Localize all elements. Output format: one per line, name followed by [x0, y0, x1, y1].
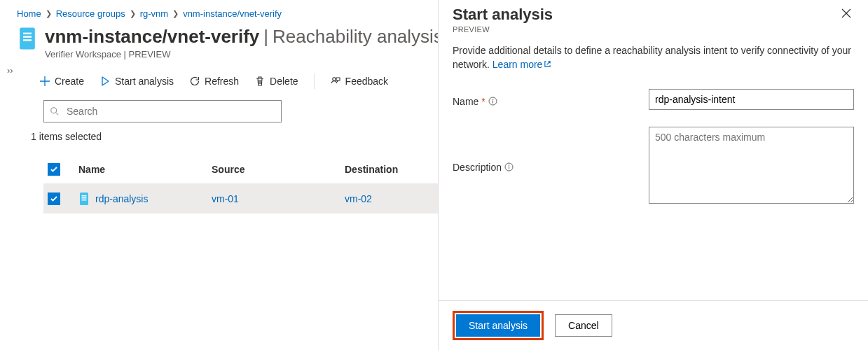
name-field[interactable]	[649, 89, 854, 110]
chevron-right-icon: ❯	[46, 9, 52, 18]
page-subtitle: Verifier Workspace | PREVIEW	[45, 49, 443, 59]
svg-rect-9	[82, 200, 87, 201]
close-icon	[841, 8, 851, 18]
info-icon[interactable]	[504, 162, 514, 172]
description-label: Description	[453, 127, 642, 204]
svg-rect-6	[80, 192, 88, 205]
page-section: Reachability analysis	[273, 26, 443, 48]
start-analysis-button[interactable]: Start analysis	[99, 76, 174, 87]
svg-point-11	[492, 99, 494, 100]
row-name[interactable]: rdp-analysis	[95, 193, 148, 204]
refresh-button[interactable]: Refresh	[189, 76, 239, 87]
search-input[interactable]	[65, 105, 275, 118]
refresh-icon	[189, 76, 200, 87]
svg-rect-7	[82, 195, 87, 197]
start-analysis-submit[interactable]: Start analysis	[456, 314, 540, 337]
svg-rect-15	[509, 167, 509, 169]
feedback-icon	[330, 76, 341, 87]
svg-rect-0	[20, 27, 35, 49]
svg-point-4	[332, 78, 335, 80]
chevron-right-icon: ❯	[130, 9, 136, 18]
search-icon	[50, 106, 60, 116]
description-field[interactable]	[649, 127, 854, 204]
row-destination[interactable]: vm-02	[345, 193, 372, 204]
name-label: Name *	[453, 89, 642, 110]
page-title: vnm-instance/vnet-verify	[45, 26, 259, 48]
plus-icon	[39, 76, 50, 87]
svg-rect-12	[492, 101, 493, 104]
info-icon[interactable]	[488, 97, 497, 106]
breadcrumb-resource-groups[interactable]: Resource groups	[56, 8, 125, 19]
feedback-label: Feedback	[345, 76, 388, 87]
row-checkbox[interactable]	[48, 192, 60, 205]
title-separator: |	[263, 26, 268, 48]
toolbar-separator	[314, 74, 315, 89]
external-link-icon	[544, 57, 551, 71]
select-all-checkbox[interactable]	[48, 163, 60, 176]
start-analysis-label: Start analysis	[115, 76, 174, 87]
col-source[interactable]: Source	[212, 164, 345, 175]
delete-label: Delete	[270, 76, 298, 87]
delete-button[interactable]: Delete	[254, 76, 298, 87]
cancel-button[interactable]: Cancel	[555, 314, 612, 337]
search-input-wrap[interactable]	[43, 100, 282, 122]
analysis-icon	[78, 192, 90, 206]
breadcrumb-group[interactable]: rg-vnm	[140, 8, 168, 19]
trash-icon	[254, 76, 266, 87]
refresh-label: Refresh	[205, 76, 239, 87]
create-label: Create	[55, 76, 84, 87]
create-button[interactable]: Create	[39, 76, 84, 87]
feedback-button[interactable]: Feedback	[330, 76, 388, 87]
svg-point-14	[509, 164, 510, 166]
svg-rect-2	[23, 36, 32, 37]
close-button[interactable]	[839, 6, 854, 23]
primary-highlight: Start analysis	[453, 311, 544, 340]
breadcrumb-resource[interactable]: vnm-instance/vnet-verify	[183, 8, 282, 19]
row-source[interactable]: vm-01	[212, 193, 239, 204]
svg-rect-1	[23, 33, 32, 34]
panel-description: Provide additional details to define a r…	[453, 43, 854, 72]
col-name[interactable]: Name	[78, 164, 212, 175]
verifier-workspace-icon	[17, 26, 38, 51]
svg-rect-8	[82, 197, 87, 199]
expand-icon[interactable]: ››	[3, 64, 18, 76]
svg-rect-3	[23, 39, 32, 41]
panel-subtitle: PREVIEW	[453, 25, 553, 34]
panel-title: Start analysis	[453, 6, 553, 24]
start-analysis-panel: Start analysis PREVIEW Provide additiona…	[438, 0, 868, 350]
breadcrumb-home[interactable]: Home	[17, 8, 41, 19]
chevron-right-icon: ❯	[172, 9, 179, 18]
required-indicator: *	[481, 96, 485, 107]
learn-more-link[interactable]: Learn more	[492, 59, 552, 70]
play-icon	[99, 76, 111, 87]
svg-point-5	[51, 108, 57, 113]
